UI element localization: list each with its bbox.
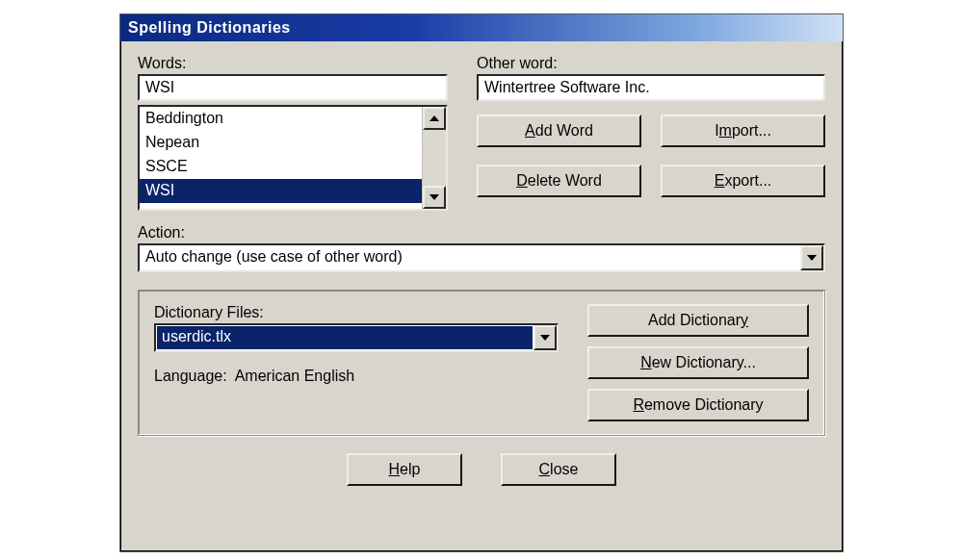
scroll-track[interactable] <box>423 130 446 186</box>
language-label: Language: <box>154 368 227 384</box>
dictionary-files-combo[interactable]: userdic.tlx <box>154 323 559 352</box>
title-bar: Spelling Dictionaries <box>120 14 843 41</box>
words-label: Words: <box>138 55 448 72</box>
close-button[interactable]: Close <box>501 453 616 486</box>
words-scrollbar[interactable] <box>422 107 446 209</box>
scroll-up-button[interactable] <box>423 107 446 130</box>
language-value: American English <box>235 368 355 384</box>
add-word-button[interactable]: Add Word <box>477 115 641 147</box>
dictionary-files-combo-text: userdic.tlx <box>157 326 533 349</box>
help-button[interactable]: Help <box>347 453 462 486</box>
dictionary-files-group: Dictionary Files: userdic.tlx Language: … <box>138 290 825 436</box>
delete-word-button[interactable]: Delete Word <box>477 165 641 197</box>
list-item[interactable]: Beddington <box>140 107 422 131</box>
scroll-down-button[interactable] <box>423 186 446 209</box>
words-input[interactable] <box>138 74 448 101</box>
chevron-down-icon <box>429 194 439 200</box>
list-item[interactable]: Nepean <box>140 131 422 155</box>
list-item[interactable]: SSCE <box>140 155 422 179</box>
other-word-input[interactable] <box>477 74 825 101</box>
add-dictionary-button[interactable]: Add Dictionary <box>587 304 809 337</box>
remove-dictionary-button[interactable]: Remove Dictionary <box>587 389 809 421</box>
dialog-title: Spelling Dictionaries <box>128 19 291 37</box>
chevron-down-icon <box>807 255 817 261</box>
chevron-down-icon <box>540 335 550 341</box>
other-word-label: Other word: <box>477 55 825 72</box>
action-combo-text: Auto change (use case of other word) <box>140 245 800 270</box>
new-dictionary-button[interactable]: New Dictionary... <box>587 346 809 379</box>
dictionary-files-combo-button[interactable] <box>534 325 557 350</box>
action-combo-button[interactable] <box>800 245 823 270</box>
spelling-dictionaries-dialog: Spelling Dictionaries Words: BeddingtonN… <box>119 13 844 552</box>
list-item[interactable]: WSI <box>140 179 422 203</box>
export-button[interactable]: Export... <box>661 165 825 197</box>
chevron-up-icon <box>429 115 439 121</box>
action-label: Action: <box>138 224 825 242</box>
import-button[interactable]: Import... <box>661 115 825 147</box>
dictionary-files-label: Dictionary Files: <box>154 304 559 321</box>
action-combo[interactable]: Auto change (use case of other word) <box>138 243 825 272</box>
words-listbox[interactable]: BeddingtonNepeanSSCEWSI <box>138 105 448 211</box>
